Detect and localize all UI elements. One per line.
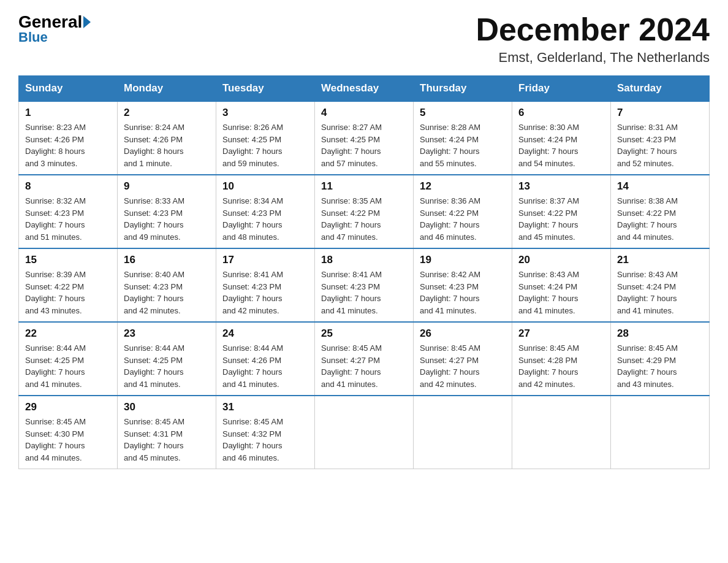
table-row [611, 396, 710, 469]
day-info: Sunrise: 8:32 AMSunset: 4:23 PMDaylight:… [25, 195, 111, 243]
day-info: Sunrise: 8:45 AMSunset: 4:30 PMDaylight:… [25, 416, 111, 464]
page-header: General Blue December 2024 Emst, Gelderl… [18, 12, 710, 66]
day-number: 21 [617, 254, 703, 266]
day-number: 24 [222, 327, 308, 340]
day-info: Sunrise: 8:31 AMSunset: 4:23 PMDaylight:… [617, 121, 703, 169]
day-number: 2 [124, 107, 210, 119]
day-number: 18 [321, 254, 407, 266]
day-info: Sunrise: 8:37 AMSunset: 4:22 PMDaylight:… [518, 195, 604, 243]
table-row: 18Sunrise: 8:41 AMSunset: 4:23 PMDayligh… [315, 248, 414, 322]
day-info: Sunrise: 8:41 AMSunset: 4:23 PMDaylight:… [321, 269, 407, 316]
calendar-week-row: 1Sunrise: 8:23 AMSunset: 4:26 PMDaylight… [19, 101, 710, 175]
day-number: 17 [222, 254, 308, 266]
table-row: 12Sunrise: 8:36 AMSunset: 4:22 PMDayligh… [414, 175, 512, 248]
day-info: Sunrise: 8:45 AMSunset: 4:27 PMDaylight:… [321, 342, 407, 390]
day-number: 8 [25, 180, 111, 193]
day-info: Sunrise: 8:28 AMSunset: 4:24 PMDaylight:… [420, 121, 506, 169]
day-number: 1 [25, 107, 111, 119]
day-number: 12 [420, 180, 506, 193]
day-info: Sunrise: 8:45 AMSunset: 4:31 PMDaylight:… [124, 416, 210, 464]
day-info: Sunrise: 8:43 AMSunset: 4:24 PMDaylight:… [518, 269, 604, 316]
day-info: Sunrise: 8:30 AMSunset: 4:24 PMDaylight:… [518, 121, 604, 169]
table-row: 9Sunrise: 8:33 AMSunset: 4:23 PMDaylight… [118, 175, 216, 248]
table-row: 25Sunrise: 8:45 AMSunset: 4:27 PMDayligh… [315, 322, 414, 396]
day-info: Sunrise: 8:26 AMSunset: 4:25 PMDaylight:… [222, 121, 308, 169]
col-saturday: Saturday [611, 76, 710, 102]
day-info: Sunrise: 8:35 AMSunset: 4:22 PMDaylight:… [321, 195, 407, 243]
day-number: 16 [124, 254, 210, 266]
day-number: 9 [124, 180, 210, 193]
day-number: 3 [222, 107, 308, 119]
day-number: 19 [420, 254, 506, 266]
title-area: December 2024 Emst, Gelderland, The Neth… [476, 12, 710, 66]
day-info: Sunrise: 8:44 AMSunset: 4:25 PMDaylight:… [124, 342, 210, 390]
col-monday: Monday [118, 76, 216, 102]
table-row: 10Sunrise: 8:34 AMSunset: 4:23 PMDayligh… [216, 175, 315, 248]
table-row: 22Sunrise: 8:44 AMSunset: 4:25 PMDayligh… [19, 322, 118, 396]
day-info: Sunrise: 8:23 AMSunset: 4:26 PMDaylight:… [25, 121, 111, 169]
day-number: 26 [420, 327, 506, 340]
table-row: 7Sunrise: 8:31 AMSunset: 4:23 PMDaylight… [611, 101, 710, 175]
day-info: Sunrise: 8:45 AMSunset: 4:27 PMDaylight:… [420, 342, 506, 390]
day-number: 6 [518, 107, 604, 119]
table-row: 26Sunrise: 8:45 AMSunset: 4:27 PMDayligh… [414, 322, 512, 396]
table-row: 20Sunrise: 8:43 AMSunset: 4:24 PMDayligh… [512, 248, 611, 322]
day-number: 25 [321, 327, 407, 340]
day-number: 31 [222, 401, 308, 413]
day-info: Sunrise: 8:38 AMSunset: 4:22 PMDaylight:… [617, 195, 703, 243]
col-sunday: Sunday [19, 76, 118, 102]
day-number: 20 [518, 254, 604, 266]
table-row: 19Sunrise: 8:42 AMSunset: 4:23 PMDayligh… [414, 248, 512, 322]
day-number: 4 [321, 107, 407, 119]
location-title: Emst, Gelderland, The Netherlands [476, 50, 710, 66]
table-row: 30Sunrise: 8:45 AMSunset: 4:31 PMDayligh… [118, 396, 216, 469]
table-row: 6Sunrise: 8:30 AMSunset: 4:24 PMDaylight… [512, 101, 611, 175]
calendar-week-row: 22Sunrise: 8:44 AMSunset: 4:25 PMDayligh… [19, 322, 710, 396]
calendar-header-row: Sunday Monday Tuesday Wednesday Thursday… [19, 76, 710, 102]
logo-blue-label: Blue [18, 29, 48, 45]
day-number: 23 [124, 327, 210, 340]
table-row: 14Sunrise: 8:38 AMSunset: 4:22 PMDayligh… [611, 175, 710, 248]
logo-arrow-icon [83, 16, 91, 28]
day-info: Sunrise: 8:24 AMSunset: 4:26 PMDaylight:… [124, 121, 210, 169]
table-row: 8Sunrise: 8:32 AMSunset: 4:23 PMDaylight… [19, 175, 118, 248]
table-row: 3Sunrise: 8:26 AMSunset: 4:25 PMDaylight… [216, 101, 315, 175]
table-row: 1Sunrise: 8:23 AMSunset: 4:26 PMDaylight… [19, 101, 118, 175]
day-number: 13 [518, 180, 604, 193]
table-row: 4Sunrise: 8:27 AMSunset: 4:25 PMDaylight… [315, 101, 414, 175]
day-number: 5 [420, 107, 506, 119]
day-info: Sunrise: 8:27 AMSunset: 4:25 PMDaylight:… [321, 121, 407, 169]
day-info: Sunrise: 8:42 AMSunset: 4:23 PMDaylight:… [420, 269, 506, 316]
day-number: 11 [321, 180, 407, 193]
day-info: Sunrise: 8:36 AMSunset: 4:22 PMDaylight:… [420, 195, 506, 243]
day-info: Sunrise: 8:45 AMSunset: 4:32 PMDaylight:… [222, 416, 308, 464]
month-title: December 2024 [476, 12, 710, 47]
calendar-week-row: 8Sunrise: 8:32 AMSunset: 4:23 PMDaylight… [19, 175, 710, 248]
logo: General Blue [18, 12, 91, 45]
table-row: 29Sunrise: 8:45 AMSunset: 4:30 PMDayligh… [19, 396, 118, 469]
day-number: 14 [617, 180, 703, 193]
table-row [414, 396, 512, 469]
day-info: Sunrise: 8:40 AMSunset: 4:23 PMDaylight:… [124, 269, 210, 316]
day-number: 27 [518, 327, 604, 340]
day-info: Sunrise: 8:45 AMSunset: 4:29 PMDaylight:… [617, 342, 703, 390]
day-info: Sunrise: 8:43 AMSunset: 4:24 PMDaylight:… [617, 269, 703, 316]
table-row: 24Sunrise: 8:44 AMSunset: 4:26 PMDayligh… [216, 322, 315, 396]
calendar-week-row: 15Sunrise: 8:39 AMSunset: 4:22 PMDayligh… [19, 248, 710, 322]
day-number: 29 [25, 401, 111, 413]
table-row: 5Sunrise: 8:28 AMSunset: 4:24 PMDaylight… [414, 101, 512, 175]
day-number: 7 [617, 107, 703, 119]
table-row: 21Sunrise: 8:43 AMSunset: 4:24 PMDayligh… [611, 248, 710, 322]
day-number: 15 [25, 254, 111, 266]
table-row [315, 396, 414, 469]
table-row: 17Sunrise: 8:41 AMSunset: 4:23 PMDayligh… [216, 248, 315, 322]
table-row: 15Sunrise: 8:39 AMSunset: 4:22 PMDayligh… [19, 248, 118, 322]
day-info: Sunrise: 8:39 AMSunset: 4:22 PMDaylight:… [25, 269, 111, 316]
col-wednesday: Wednesday [315, 76, 414, 102]
table-row: 13Sunrise: 8:37 AMSunset: 4:22 PMDayligh… [512, 175, 611, 248]
col-thursday: Thursday [414, 76, 512, 102]
calendar-table: Sunday Monday Tuesday Wednesday Thursday… [18, 75, 710, 469]
day-info: Sunrise: 8:34 AMSunset: 4:23 PMDaylight:… [222, 195, 308, 243]
day-info: Sunrise: 8:41 AMSunset: 4:23 PMDaylight:… [222, 269, 308, 316]
table-row: 16Sunrise: 8:40 AMSunset: 4:23 PMDayligh… [118, 248, 216, 322]
